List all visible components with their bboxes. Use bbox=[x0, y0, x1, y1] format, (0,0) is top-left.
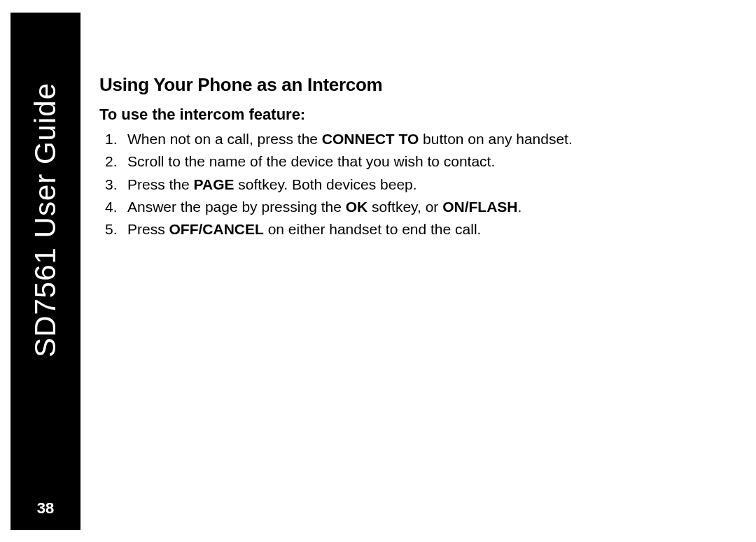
sidebar: SD7561 User Guide 38 bbox=[10, 13, 80, 530]
step-text-pre: Answer the page by pressing the bbox=[127, 199, 346, 215]
section-heading: Using Your Phone as an Intercom bbox=[99, 74, 706, 96]
step-bold: PAGE bbox=[194, 176, 234, 192]
step-text-post: softkey. Both devices beep. bbox=[234, 176, 417, 192]
sidebar-title: SD7561 User Guide bbox=[29, 83, 62, 357]
page-number: 38 bbox=[37, 499, 54, 518]
step-text-pre: Scroll to the name of the device that yo… bbox=[127, 153, 495, 169]
step-bold: OFF/CANCEL bbox=[169, 221, 264, 237]
content-area: Using Your Phone as an Intercom To use t… bbox=[99, 13, 748, 240]
step-item-3: 3. Press the PAGE softkey. Both devices … bbox=[127, 175, 706, 194]
step-num: 4. bbox=[105, 197, 118, 217]
step-num: 2. bbox=[105, 152, 118, 171]
page-container: SD7561 User Guide 38 Using Your Phone as… bbox=[0, 0, 756, 542]
step-text-mid: softkey, or bbox=[368, 199, 442, 215]
step-item-4: 4. Answer the page by pressing the OK so… bbox=[127, 197, 706, 217]
step-num: 5. bbox=[105, 220, 118, 239]
step-text-post: button on any handset. bbox=[419, 131, 573, 147]
step-list: 1. When not on a call, press the CONNECT… bbox=[99, 129, 706, 240]
step-bold2: ON/FLASH bbox=[442, 199, 517, 215]
step-bold: CONNECT TO bbox=[322, 131, 419, 147]
step-text-post: . bbox=[518, 199, 522, 215]
sub-heading: To use the intercom feature: bbox=[99, 106, 706, 124]
step-text-post: on either handset to end the call. bbox=[264, 221, 482, 237]
step-text-pre: When not on a call, press the bbox=[127, 131, 322, 147]
step-item-1: 1. When not on a call, press the CONNECT… bbox=[127, 129, 706, 149]
step-bold: OK bbox=[346, 199, 368, 215]
step-item-2: 2. Scroll to the name of the device that… bbox=[127, 152, 706, 171]
step-num: 1. bbox=[105, 129, 118, 149]
step-text-pre: Press bbox=[127, 221, 169, 237]
step-num: 3. bbox=[105, 175, 118, 194]
step-item-5: 5. Press OFF/CANCEL on either handset to… bbox=[127, 220, 706, 239]
step-text-pre: Press the bbox=[127, 176, 194, 192]
